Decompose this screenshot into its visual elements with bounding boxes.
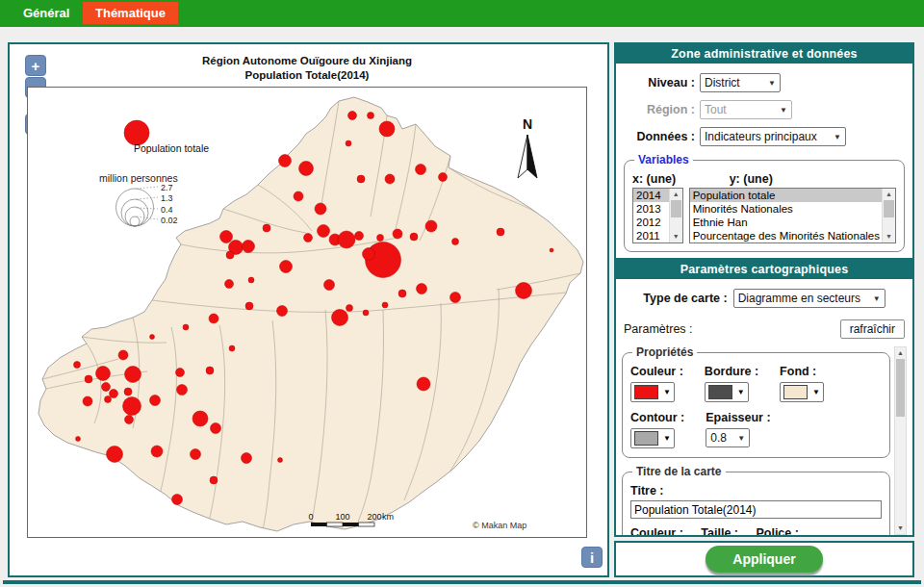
legend-size-2: 1.3 (161, 193, 173, 203)
color-swatch (634, 385, 658, 399)
donnees-row: Données : Indicateurs principaux ▼ (624, 127, 905, 146)
x-variable-label: x: (une) (632, 172, 683, 186)
x-option-2013[interactable]: 2013 (633, 202, 670, 216)
map-type-label: Type de carte : (643, 292, 727, 305)
map-title: Région Autonome Ouïgoure du Xinjiang Pop… (27, 54, 587, 83)
titre-couleur-label: Couleur : (630, 526, 683, 535)
contour-label: Contour : (630, 411, 684, 424)
epaisseur-select[interactable]: 0.8 ▼ (706, 428, 750, 447)
legend-symbol-label: Population totale (134, 142, 209, 154)
chevron-down-icon: ▼ (768, 79, 776, 88)
params-scroll-area: Propriétés Couleur : ▼ Bordure : ▼ (622, 346, 907, 535)
scale-tick-0: 0 (308, 512, 313, 522)
fond-swatch-select[interactable]: ▼ (780, 382, 824, 402)
niveau-select[interactable]: District ▼ (700, 73, 781, 92)
color-swatch (634, 431, 658, 446)
y-option-minorites-nationales[interactable]: Minorités Nationales (690, 202, 883, 216)
carto-params-section: Paramètres cartographiques Type de carte… (614, 258, 914, 537)
chevron-down-icon: ▼ (834, 133, 841, 141)
refresh-button[interactable]: rafraîchir (840, 319, 905, 339)
map-panel: + − E i Région Autonome Ouïgoure du Xinj… (8, 42, 609, 577)
scale-tick-200: 200 (367, 512, 381, 522)
x-variable-listbox[interactable]: 2014 2013 2012 2011 ▲ ▼ (632, 188, 683, 243)
region-select[interactable]: Tout ▼ (700, 100, 792, 119)
scale-unit: km (382, 512, 394, 522)
color-swatch (708, 385, 732, 399)
y-option-population-totale[interactable]: Population totale (690, 189, 883, 202)
titre-label: Titre : (630, 484, 882, 498)
variables-legend: Variables (634, 153, 693, 166)
map-type-row: Type de carte : Diagramme en secteurs ▼ (624, 289, 905, 308)
donnees-label: Données : (624, 130, 695, 143)
legend-size-1: 2.7 (161, 183, 173, 192)
chevron-down-icon: ▼ (780, 106, 787, 115)
apply-button[interactable]: Appliquer (706, 546, 822, 573)
admin-section-header: Zone administrative et données (616, 44, 912, 64)
legend-size-4: 0.02 (161, 216, 178, 225)
x-option-2012[interactable]: 2012 (633, 216, 670, 229)
info-button[interactable]: i (581, 547, 603, 568)
map-title-line1: Région Autonome Ouïgoure du Xinjiang (27, 54, 587, 68)
scroll-up-icon[interactable]: ▲ (895, 347, 906, 359)
x-option-2011[interactable]: 2011 (633, 229, 670, 242)
apply-section: Appliquer (614, 541, 914, 577)
titre-taille-label: Taille : (701, 526, 738, 535)
params-vertical-scrollbar[interactable]: ▲ ▼ (894, 346, 907, 535)
north-arrow-label: N (523, 116, 532, 132)
region-row: Région : Tout ▼ (624, 100, 905, 119)
map-type-select[interactable]: Diagramme en secteurs ▼ (733, 289, 886, 308)
couleur-label: Couleur : (630, 365, 683, 378)
carto-section-header: Paramètres cartographiques (616, 260, 912, 279)
variables-fieldset: Variables x: (une) 2014 2013 2012 2011 ▲… (624, 160, 905, 252)
y-listbox-scrollbar[interactable]: ▲ ▼ (882, 189, 895, 242)
proprietes-legend: Propriétés (632, 346, 697, 359)
x-option-2014[interactable]: 2014 (633, 189, 670, 202)
params-label: Paramètres : (624, 322, 693, 336)
map-title-line2: Population Totale(2014) (27, 68, 587, 83)
color-swatch (783, 385, 808, 399)
niveau-row: Niveau : District ▼ (624, 73, 905, 92)
scroll-down-icon[interactable]: ▼ (670, 231, 682, 242)
bottom-border-line (3, 580, 921, 584)
region-label: Région : (624, 103, 695, 116)
chevron-down-icon: ▼ (663, 388, 671, 396)
titre-police-label: Police : (756, 526, 798, 535)
chevron-down-icon: ▼ (737, 434, 745, 443)
fond-label: Fond : (780, 365, 824, 378)
map-attribution: © Makan Map (473, 521, 526, 530)
scroll-down-icon[interactable]: ▼ (883, 231, 895, 242)
titre-input[interactable] (630, 500, 882, 519)
chevron-down-icon: ▼ (812, 388, 820, 396)
y-option-pourcentage-minorites[interactable]: Pourcentage des Minorités Nationales (690, 229, 883, 242)
chevron-down-icon: ▼ (737, 388, 745, 396)
scale-tick-100: 100 (335, 512, 349, 522)
epaisseur-label: Epaisseur : (706, 411, 770, 424)
admin-data-section: Zone administrative et données Niveau : … (614, 42, 914, 264)
donnees-select[interactable]: Indicateurs principaux ▼ (700, 127, 846, 146)
y-variable-label: y: (une) (689, 172, 896, 186)
contour-swatch-select[interactable]: ▼ (630, 428, 675, 448)
niveau-label: Niveau : (624, 76, 695, 89)
y-option-ethnie-han[interactable]: Ethnie Han (690, 216, 883, 229)
params-row: Paramètres : rafraîchir (624, 319, 905, 339)
titre-legend: Titre de la carte (632, 465, 726, 478)
scroll-up-icon[interactable]: ▲ (883, 189, 895, 200)
proprietes-fieldset: Propriétés Couleur : ▼ Bordure : ▼ (622, 352, 890, 458)
x-listbox-scrollbar[interactable]: ▲ ▼ (669, 189, 682, 242)
tab-thematique[interactable]: Thématique (83, 2, 178, 24)
legend-size-3: 0.4 (161, 205, 173, 215)
chevron-down-icon: ▼ (663, 434, 671, 443)
titre-fieldset: Titre de la carte Titre : Couleur : Tail… (622, 472, 890, 535)
xinjiang-bubble-map[interactable]: Population totale million personnes 2.7 … (27, 87, 587, 538)
top-navigation-bar: Général Thématique (0, 0, 924, 27)
scroll-down-icon[interactable]: ▼ (895, 523, 906, 534)
chevron-down-icon: ▼ (873, 294, 881, 303)
couleur-swatch-select[interactable]: ▼ (630, 382, 675, 402)
tab-general[interactable]: Général (23, 6, 69, 20)
bordure-label: Bordure : (705, 365, 758, 378)
scroll-up-icon[interactable]: ▲ (670, 189, 682, 200)
y-variable-listbox[interactable]: Population totale Minorités Nationales E… (689, 188, 896, 243)
bordure-swatch-select[interactable]: ▼ (705, 382, 749, 402)
